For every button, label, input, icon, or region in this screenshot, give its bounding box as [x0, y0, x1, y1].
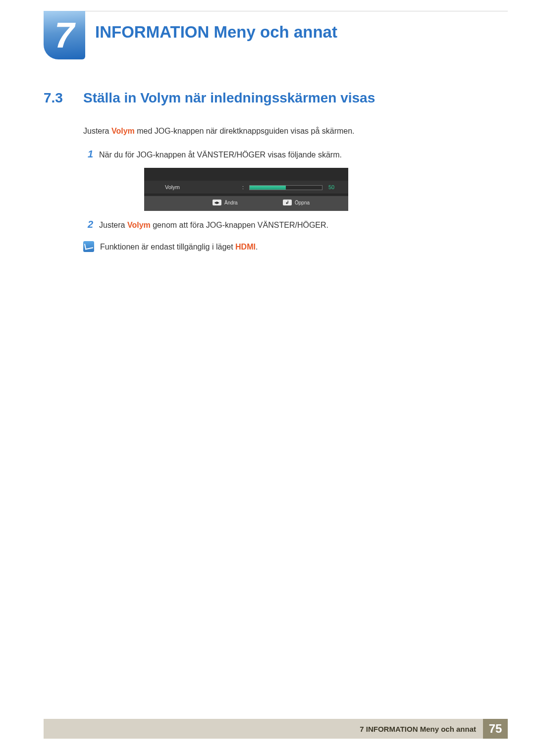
chapter-number: 7 — [54, 15, 74, 55]
osd-foot-change-label: Ändra — [224, 200, 238, 205]
osd-main: Volym : 50 — [144, 168, 348, 196]
osd-colon: : — [242, 184, 244, 190]
step-number: 1 — [83, 149, 93, 160]
osd-footer: ◂▸ Ändra ↲ Öppna — [144, 196, 348, 211]
intro-bold: Volym — [111, 127, 135, 135]
header-separator — [44, 11, 508, 11]
note-text: Funktionen är endast tillgänglig i läget… — [100, 241, 258, 253]
enter-key-icon: ↲ — [283, 200, 292, 205]
step-number: 2 — [83, 219, 93, 230]
step-text: Justera Volym genom att föra JOG-knappen… — [99, 219, 328, 231]
footer-bar: 7 INFORMATION Meny och annat 75 — [44, 719, 508, 739]
osd-label: Volym — [165, 184, 180, 190]
step-text: När du för JOG-knappen åt VÄNSTER/HÖGER … — [99, 149, 342, 161]
note-icon — [83, 241, 94, 252]
section-title: Ställa in Volym när inledningsskärmen vi… — [83, 90, 375, 105]
footer-page-number: 75 — [483, 719, 508, 739]
note-bold: HDMI — [235, 243, 256, 251]
osd-progress-fill — [250, 186, 286, 190]
step-2: 2 Justera Volym genom att föra JOG-knapp… — [83, 219, 508, 231]
osd-foot-change: ◂▸ Ändra — [213, 200, 238, 205]
footer-text: 7 INFORMATION Meny och annat — [44, 719, 483, 739]
osd-progress-bg — [249, 185, 322, 190]
intro-text: Justera Volym med JOG-knappen när direkt… — [83, 127, 508, 136]
left-right-key-icon: ◂▸ — [213, 200, 221, 205]
osd-value: 50 — [328, 184, 334, 190]
osd-screenshot: Volym : 50 ◂▸ Ändra ↲ Öppna — [144, 168, 348, 211]
osd-foot-open-label: Öppna — [295, 200, 310, 205]
note-row: Funktionen är endast tillgänglig i läget… — [83, 241, 508, 253]
chapter-tab: 7 — [44, 11, 85, 59]
step-1: 1 När du för JOG-knappen åt VÄNSTER/HÖGE… — [83, 149, 508, 161]
section-number: 7.3 — [44, 90, 83, 106]
osd-foot-open: ↲ Öppna — [283, 200, 310, 205]
step-bold: Volym — [127, 221, 151, 229]
chapter-title: INFORMATION Meny och annat — [95, 23, 337, 42]
section-heading: 7.3Ställa in Volym när inledningsskärmen… — [44, 90, 508, 106]
section-content: 7.3Ställa in Volym när inledningsskärmen… — [44, 90, 508, 253]
